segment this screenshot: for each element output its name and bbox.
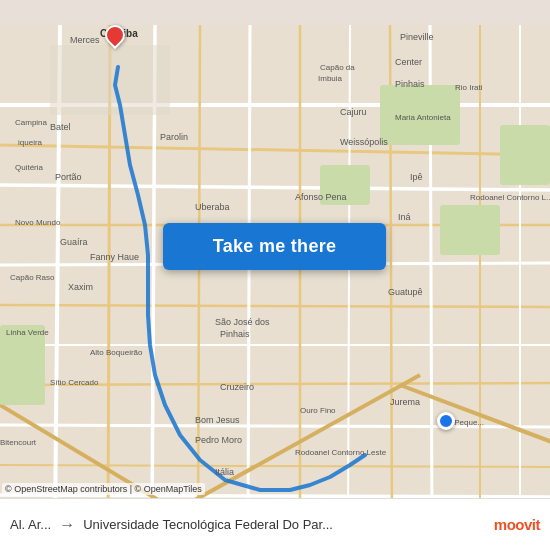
svg-text:Quitéria: Quitéria — [15, 163, 44, 172]
svg-text:Cruzeiro: Cruzeiro — [220, 382, 254, 392]
svg-text:Bom Jesus: Bom Jesus — [195, 415, 240, 425]
svg-text:Ipê: Ipê — [410, 172, 423, 182]
svg-text:Maria Antonieta: Maria Antonieta — [395, 113, 451, 122]
map-container: Merces Curitiba Campina iqueira Batel Qu… — [0, 0, 550, 550]
svg-text:Linha Verde: Linha Verde — [6, 328, 49, 337]
to-location: Universidade Tecnológica Federal Do Par.… — [83, 517, 486, 532]
svg-text:Capão da: Capão da — [320, 63, 355, 72]
svg-text:Sítio Cercado: Sítio Cercado — [50, 378, 99, 387]
svg-text:Portão: Portão — [55, 172, 82, 182]
svg-text:São José dos: São José dos — [215, 317, 270, 327]
svg-text:Ouro Fino: Ouro Fino — [300, 406, 336, 415]
svg-text:Center: Center — [395, 57, 422, 67]
svg-rect-31 — [50, 45, 170, 115]
svg-text:Iná: Iná — [398, 212, 411, 222]
svg-text:Pinhais: Pinhais — [395, 79, 425, 89]
svg-text:Parolin: Parolin — [160, 132, 188, 142]
svg-text:Cajuru: Cajuru — [340, 107, 367, 117]
cta-label: Take me there — [213, 236, 337, 257]
svg-text:Jurema: Jurema — [390, 397, 420, 407]
direction-arrow-icon: → — [59, 516, 75, 534]
svg-text:Itália: Itália — [215, 467, 234, 477]
svg-text:Merces: Merces — [70, 35, 100, 45]
moovit-logo: moovit — [494, 516, 540, 533]
svg-text:iqueira: iqueira — [18, 138, 43, 147]
svg-text:Rio Irati: Rio Irati — [455, 83, 483, 92]
svg-text:Rodoanel Contorno Leste: Rodoanel Contorno Leste — [295, 448, 387, 457]
svg-text:Uberaba: Uberaba — [195, 202, 230, 212]
svg-text:Pinhais: Pinhais — [220, 329, 250, 339]
svg-text:Imbuia: Imbuia — [318, 74, 343, 83]
svg-text:Afonso Pena: Afonso Pena — [295, 192, 347, 202]
destination-pin — [437, 412, 455, 430]
svg-rect-29 — [0, 325, 45, 405]
svg-line-16 — [248, 25, 250, 525]
take-me-there-button[interactable]: Take me there — [163, 223, 386, 270]
svg-line-11 — [0, 495, 550, 497]
svg-text:Pedro Moro: Pedro Moro — [195, 435, 242, 445]
bottom-bar: Al. Ar... → Universidade Tecnológica Fed… — [0, 498, 550, 550]
svg-text:Alto Boqueirão: Alto Boqueirão — [90, 348, 143, 357]
svg-text:Xaxim: Xaxim — [68, 282, 93, 292]
from-location: Al. Ar... — [10, 517, 51, 532]
map-attribution: © OpenStreetMap contributors | © OpenMap… — [2, 483, 205, 495]
moovit-brand-text: moovit — [494, 516, 540, 533]
svg-text:Weissópolis: Weissópolis — [340, 137, 388, 147]
svg-text:Pineville: Pineville — [400, 32, 434, 42]
svg-text:Capão Raso: Capão Raso — [10, 273, 55, 282]
svg-text:Novo Mundo: Novo Mundo — [15, 218, 61, 227]
svg-text:Guaíra: Guaíra — [60, 237, 88, 247]
svg-text:Rodoanel Contorno L...: Rodoanel Contorno L... — [470, 193, 550, 202]
svg-rect-30 — [500, 125, 550, 185]
svg-rect-28 — [440, 205, 500, 255]
svg-text:Guatupê: Guatupê — [388, 287, 423, 297]
svg-text:Fanny Haue: Fanny Haue — [90, 252, 139, 262]
svg-text:Batel: Batel — [50, 122, 71, 132]
svg-text:Bitencourt: Bitencourt — [0, 438, 37, 447]
svg-text:Campina: Campina — [15, 118, 48, 127]
app-container: Merces Curitiba Campina iqueira Batel Qu… — [0, 0, 550, 550]
